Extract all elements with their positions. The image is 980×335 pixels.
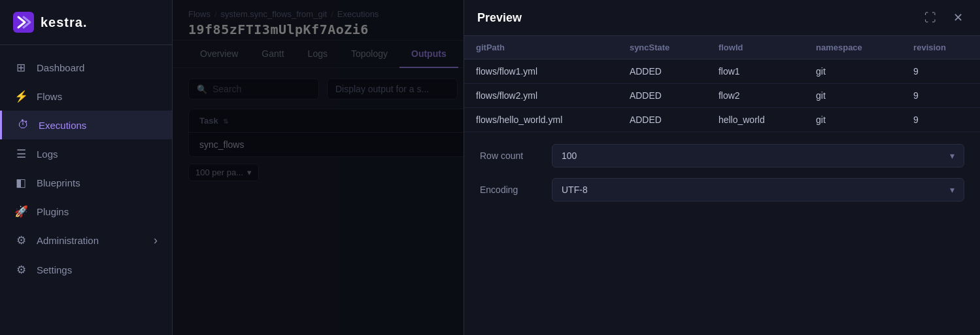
cell-syncstate: ADDED: [618, 108, 707, 132]
encoding-chevron-icon: ▾: [950, 185, 955, 195]
col-gitpath: gitPath: [464, 36, 618, 60]
sidebar-item-settings[interactable]: ⚙ Settings: [0, 255, 172, 284]
cell-revision: 9: [902, 84, 980, 108]
encoding-select[interactable]: UTF-8 ▾: [552, 178, 964, 202]
sidebar-item-label: Administration: [37, 235, 99, 246]
preview-table-row[interactable]: flows/hello_world.ymlADDEDhello_worldgit…: [464, 108, 980, 132]
preview-table-wrap: gitPath syncState flowId namespace revis…: [464, 36, 980, 132]
sidebar-item-plugins[interactable]: 🚀 Plugins: [0, 197, 172, 226]
col-namespace: namespace: [804, 36, 902, 60]
cell-gitpath: flows/flow2.yml: [464, 84, 618, 108]
cell-syncstate: ADDED: [618, 60, 707, 84]
preview-settings: Row count 100 ▾ Encoding UTF-8 ▾: [464, 132, 980, 213]
preview-actions: ⛶ ✕: [921, 9, 967, 26]
sidebar-item-label: Blueprints: [37, 177, 80, 188]
sidebar-item-flows[interactable]: ⚡ Flows: [0, 82, 172, 111]
dashboard-icon: ⊞: [14, 61, 27, 74]
plugins-icon: 🚀: [14, 205, 27, 218]
kestra-logo-icon: [13, 12, 34, 33]
sidebar-item-label: Plugins: [37, 206, 69, 217]
row-count-row: Row count 100 ▾: [480, 144, 964, 168]
sidebar-item-label: Dashboard: [37, 62, 84, 73]
sidebar: kestra. ⊞ Dashboard ⚡ Flows ⏱ Executions…: [0, 0, 173, 335]
flows-icon: ⚡: [14, 90, 27, 103]
nav-list: ⊞ Dashboard ⚡ Flows ⏱ Executions ☰ Logs …: [0, 45, 172, 335]
cell-flowid: hello_world: [707, 108, 804, 132]
executions-icon: ⏱: [16, 118, 29, 132]
close-button[interactable]: ✕: [949, 9, 967, 26]
cell-revision: 9: [902, 60, 980, 84]
settings-icon: ⚙: [14, 263, 27, 276]
row-count-label: Row count: [480, 150, 552, 161]
cell-gitpath: flows/hello_world.yml: [464, 108, 618, 132]
preview-header-row: gitPath syncState flowId namespace revis…: [464, 36, 980, 60]
logs-icon: ☰: [14, 147, 27, 160]
preview-table-row[interactable]: flows/flow1.ymlADDEDflow1git9: [464, 60, 980, 84]
expand-button[interactable]: ⛶: [921, 10, 940, 26]
sidebar-item-label: Flows: [37, 91, 62, 102]
encoding-label: Encoding: [480, 185, 552, 195]
col-syncstate: syncState: [618, 36, 707, 60]
col-revision: revision: [902, 36, 980, 60]
administration-icon: ⚙: [14, 234, 27, 247]
cell-revision: 9: [902, 108, 980, 132]
preview-panel: Preview ⛶ ✕ gitPath syncState flowId nam…: [464, 0, 980, 335]
blueprints-icon: ◧: [14, 176, 27, 189]
encoding-row: Encoding UTF-8 ▾: [480, 178, 964, 202]
sidebar-item-label: Logs: [37, 149, 58, 160]
preview-table: gitPath syncState flowId namespace revis…: [464, 36, 980, 132]
cell-namespace: git: [804, 108, 902, 132]
logo-text: kestra.: [41, 15, 88, 30]
preview-table-row[interactable]: flows/flow2.ymlADDEDflow2git9: [464, 84, 980, 108]
row-count-select[interactable]: 100 ▾: [552, 144, 964, 168]
sidebar-item-executions[interactable]: ⏱ Executions: [0, 111, 172, 139]
cell-namespace: git: [804, 84, 902, 108]
cell-namespace: git: [804, 60, 902, 84]
row-count-chevron-icon: ▾: [950, 150, 955, 161]
col-flowid: flowId: [707, 36, 804, 60]
encoding-value: UTF-8: [562, 185, 588, 195]
cell-flowid: flow1: [707, 60, 804, 84]
row-count-value: 100: [562, 150, 577, 161]
preview-title: Preview: [477, 11, 522, 25]
cell-flowid: flow2: [707, 84, 804, 108]
sidebar-item-administration[interactable]: ⚙ Administration: [0, 226, 172, 255]
sidebar-item-label: Settings: [37, 264, 72, 275]
cell-syncstate: ADDED: [618, 84, 707, 108]
sidebar-item-logs[interactable]: ☰ Logs: [0, 139, 172, 168]
preview-header: Preview ⛶ ✕: [464, 0, 980, 36]
sidebar-item-blueprints[interactable]: ◧ Blueprints: [0, 168, 172, 197]
cell-gitpath: flows/flow1.yml: [464, 60, 618, 84]
sidebar-item-dashboard[interactable]: ⊞ Dashboard: [0, 53, 172, 82]
sidebar-item-label: Executions: [39, 120, 86, 131]
logo-area: kestra.: [0, 0, 172, 45]
